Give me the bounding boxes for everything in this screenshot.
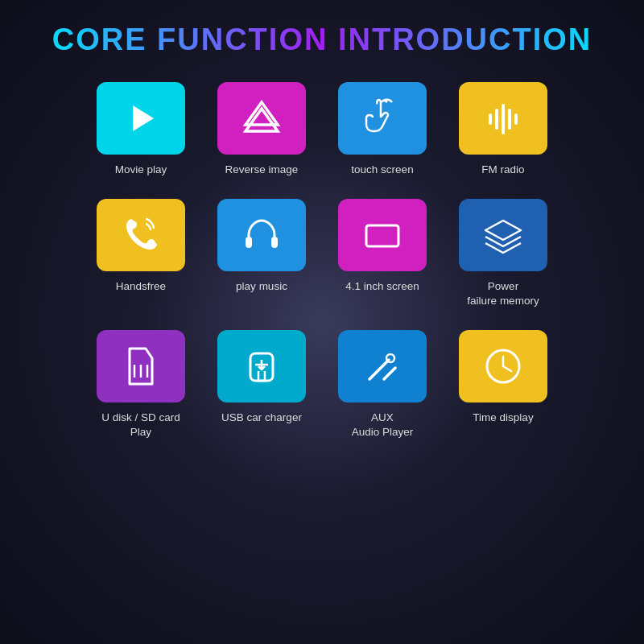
feature-item-handsfree: Handsfree [89, 199, 193, 308]
feature-label-time-display: Time display [473, 411, 533, 425]
svg-marker-0 [133, 105, 154, 131]
svg-rect-7 [514, 114, 518, 125]
icon-box-reverse-image [217, 82, 306, 155]
svg-rect-4 [495, 109, 498, 130]
feature-item-aux-audio: AUX Audio Player [330, 330, 435, 439]
icon-box-power-failure [459, 199, 547, 271]
page-title: CORE FUNCTION INTRODUCTION [36, 23, 609, 58]
icon-box-handsfree [97, 199, 185, 271]
svg-marker-2 [246, 102, 278, 125]
icon-box-usb-charger [217, 330, 306, 402]
feature-item-usb-charger: USB car charger [209, 330, 314, 439]
feature-label-touch-screen: touch screen [351, 163, 413, 177]
svg-rect-5 [502, 104, 505, 134]
feature-item-inch-screen: 4.1 inch screen [330, 199, 435, 308]
feature-label-reverse-image: Reverse image [225, 163, 299, 177]
svg-rect-3 [489, 114, 492, 125]
svg-point-18 [386, 354, 394, 362]
svg-rect-10 [366, 225, 398, 246]
svg-rect-8 [246, 237, 252, 248]
feature-label-handsfree: Handsfree [116, 279, 166, 294]
svg-line-19 [384, 368, 395, 379]
svg-rect-9 [271, 237, 278, 248]
svg-rect-6 [508, 109, 511, 130]
icon-box-movie-play [97, 82, 185, 155]
feature-label-aux-audio: AUX Audio Player [352, 411, 414, 439]
icon-box-time-display [459, 330, 547, 402]
feature-item-time-display: Time display [451, 330, 555, 439]
feature-item-movie-play: Movie play [89, 82, 193, 177]
icon-box-inch-screen [338, 199, 427, 271]
feature-item-reverse-image: Reverse image [209, 82, 314, 177]
icon-box-touch-screen [338, 82, 427, 155]
feature-item-power-failure: Power failure memory [451, 199, 555, 308]
feature-item-u-disk: U disk / SD card Play [89, 330, 193, 439]
feature-label-inch-screen: 4.1 inch screen [345, 279, 419, 294]
icon-box-aux-audio [338, 330, 427, 402]
feature-label-play-music: play music [236, 279, 287, 294]
feature-item-fm-radio: FM radio [451, 82, 555, 177]
feature-label-power-failure: Power failure memory [467, 279, 539, 308]
feature-label-movie-play: Movie play [115, 163, 167, 177]
feature-item-play-music: play music [209, 199, 314, 308]
svg-line-22 [503, 366, 511, 371]
feature-label-usb-charger: USB car charger [221, 411, 302, 425]
svg-marker-11 [485, 221, 521, 240]
feature-label-fm-radio: FM radio [481, 163, 524, 177]
icon-box-fm-radio [459, 82, 547, 155]
icon-box-play-music [217, 199, 306, 271]
feature-label-u-disk: U disk / SD card Play [101, 411, 180, 439]
features-grid: Movie play Reverse image touch screen FM… [89, 82, 555, 462]
icon-box-u-disk [97, 330, 185, 402]
feature-item-touch-screen: touch screen [330, 82, 435, 177]
